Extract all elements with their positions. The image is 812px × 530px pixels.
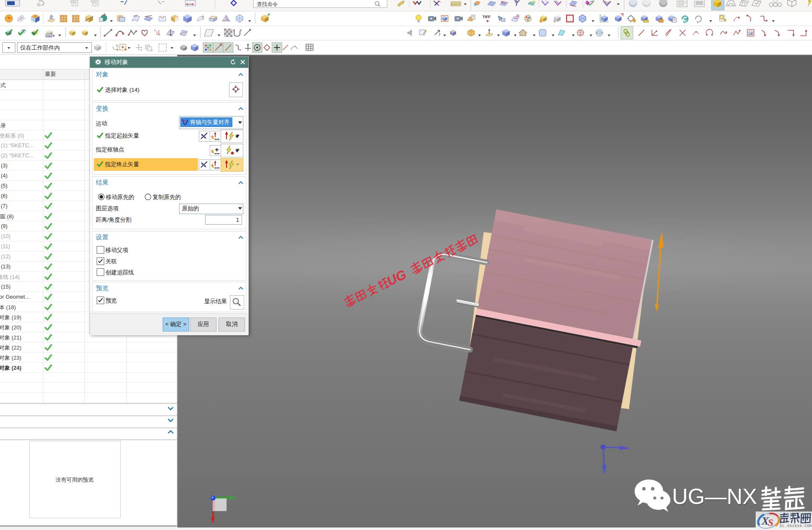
svg-text:查找命令: 查找命令 [257, 1, 278, 7]
svg-text:UG: UG [386, 266, 408, 289]
svg-text:TIFF: TIFF [482, 15, 490, 19]
svg-text:ABC: ABC [46, 34, 52, 37]
svg-text:T: T [438, 33, 441, 37]
svg-text:S: S [768, 517, 773, 528]
svg-text:仅在工作部件内: 仅在工作部件内 [20, 45, 60, 51]
